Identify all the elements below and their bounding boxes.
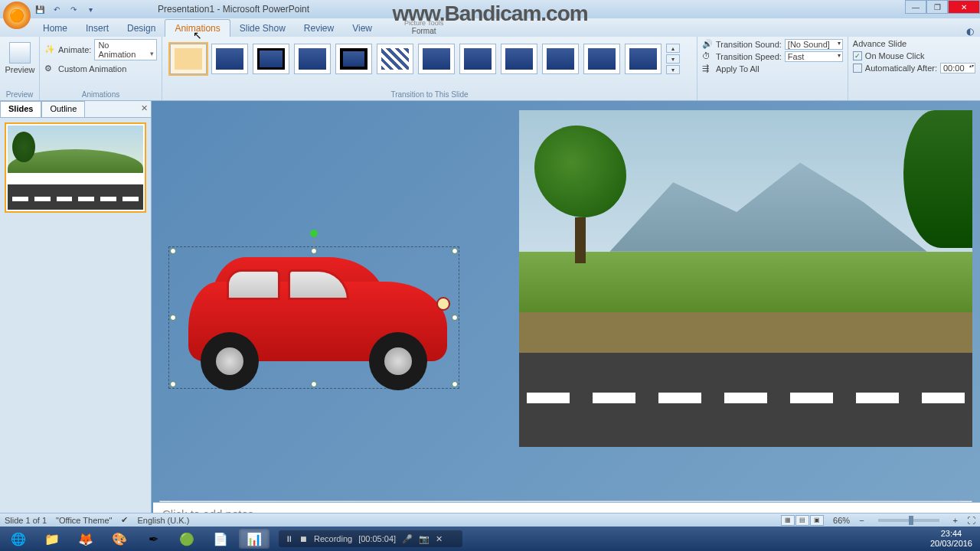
zoom-slider[interactable] (878, 519, 939, 522)
zoom-in-button[interactable]: + (953, 516, 958, 525)
custom-animation-button[interactable]: ⚙ Custom Animation (44, 64, 157, 74)
firefox-icon[interactable]: 🦊 (70, 529, 101, 549)
transition-gallery[interactable]: ▴ ▾ ▾ (167, 39, 692, 79)
chrome-icon[interactable]: 🟢 (172, 529, 202, 549)
zoom-level: 66% (833, 516, 850, 525)
redo-icon[interactable]: ↷ (67, 3, 80, 15)
transition-thumb[interactable] (418, 44, 455, 74)
transition-thumb[interactable] (459, 44, 496, 74)
rec-cam-icon[interactable]: 📷 (419, 534, 430, 544)
outline-tab[interactable]: Outline (41, 101, 85, 117)
close-button[interactable]: ✕ (948, 0, 980, 14)
transition-thumb[interactable] (253, 44, 289, 74)
tab-insert[interactable]: Insert (77, 20, 118, 37)
sound-icon: 🔊 (702, 39, 713, 50)
minimize-button[interactable]: — (905, 0, 926, 14)
tab-view[interactable]: View (343, 20, 381, 37)
office-button[interactable]: 🟠 (3, 2, 31, 29)
save-icon[interactable]: 💾 (34, 3, 46, 15)
panel-close-icon[interactable]: ✕ (141, 103, 148, 113)
tab-design[interactable]: Design (118, 20, 165, 37)
zoom-out-button[interactable]: − (859, 516, 864, 525)
transition-thumb[interactable] (211, 44, 248, 74)
animate-icon: ✨ (44, 44, 55, 55)
transition-thumb[interactable] (542, 44, 579, 74)
explorer-icon[interactable]: 📁 (37, 529, 67, 549)
slide-indicator: Slide 1 of 1 (5, 516, 47, 525)
help-icon[interactable]: ◐ (966, 26, 974, 37)
slides-tab[interactable]: Slides (0, 101, 41, 117)
transition-thumb[interactable] (335, 44, 372, 74)
transition-thumb[interactable] (583, 44, 620, 74)
slide-editor[interactable]: ◂ ▸ (152, 101, 980, 514)
preview-button[interactable]: Preview (5, 39, 35, 74)
fit-button[interactable]: ⛶ (967, 516, 975, 525)
transition-thumb[interactable] (294, 44, 331, 74)
animate-dropdown[interactable]: No Animation (94, 39, 157, 60)
on-click-checkbox[interactable] (853, 51, 862, 60)
theme-indicator: "Office Theme" (56, 516, 112, 525)
transition-thumb[interactable] (377, 44, 413, 74)
advance-header: Advance Slide (853, 39, 975, 48)
gallery-up-icon[interactable]: ▴ (666, 44, 680, 53)
tab-format[interactable]: Picture Tools Format (397, 18, 451, 37)
maximize-button[interactable]: ❐ (926, 0, 948, 14)
app-icon[interactable]: ✒ (138, 529, 168, 549)
sorter-view-button[interactable]: ▤ (795, 515, 809, 526)
transition-speed-dropdown[interactable]: Fast (785, 51, 843, 62)
speed-icon: ⏱ (702, 51, 713, 62)
transition-thumb[interactable] (501, 44, 537, 74)
powerpoint-icon[interactable]: 📊 (239, 529, 270, 549)
gallery-down-icon[interactable]: ▾ (666, 54, 680, 64)
window-title: Presentation1 - Microsoft PowerPoint (158, 4, 309, 15)
transition-none[interactable] (170, 44, 207, 74)
background-image[interactable] (519, 110, 972, 447)
tab-home[interactable]: Home (34, 20, 77, 37)
gallery-more-icon[interactable]: ▾ (666, 65, 680, 74)
language-indicator[interactable]: English (U.K.) (137, 516, 189, 525)
qat-more-icon[interactable]: ▾ (84, 3, 96, 15)
transition-sound-dropdown[interactable]: [No Sound] (785, 39, 843, 50)
tab-slideshow[interactable]: Slide Show (230, 20, 295, 37)
app-icon[interactable]: 🎨 (104, 529, 135, 549)
tab-animations[interactable]: Animations (165, 19, 230, 37)
auto-after-spinner[interactable]: 00:00 (940, 63, 975, 73)
auto-after-checkbox[interactable] (853, 64, 862, 73)
rec-stop-icon[interactable]: ⏹ (299, 534, 308, 543)
transition-thumb[interactable] (625, 44, 662, 74)
spellcheck-icon[interactable]: ✔ (121, 515, 128, 525)
slideshow-view-button[interactable]: ▣ (810, 515, 824, 526)
normal-view-button[interactable]: ▦ (781, 515, 795, 526)
apply-to-all-button[interactable]: ⇶ Apply To All (702, 64, 843, 74)
car-image-selected[interactable] (173, 251, 455, 384)
ie-icon[interactable]: 🌐 (3, 529, 34, 549)
tab-review[interactable]: Review (295, 20, 343, 37)
rec-mic-icon[interactable]: 🎤 (402, 534, 413, 544)
custom-anim-icon: ⚙ (44, 64, 55, 74)
undo-icon[interactable]: ↶ (51, 3, 63, 15)
recorder-widget[interactable]: ⏸ ⏹ Recording [00:05:04] 🎤 📷 ✕ (279, 530, 462, 547)
rec-pause-icon[interactable]: ⏸ (285, 534, 293, 543)
app-icon[interactable]: 📄 (205, 529, 236, 549)
rotate-handle[interactable] (310, 230, 318, 237)
apply-all-icon: ⇶ (702, 64, 713, 74)
rec-close-icon[interactable]: ✕ (436, 534, 443, 544)
preview-icon (9, 42, 31, 64)
system-clock[interactable]: 23:44 20/03/2016 (930, 529, 977, 549)
slide-thumbnail[interactable]: 1 (5, 122, 146, 213)
